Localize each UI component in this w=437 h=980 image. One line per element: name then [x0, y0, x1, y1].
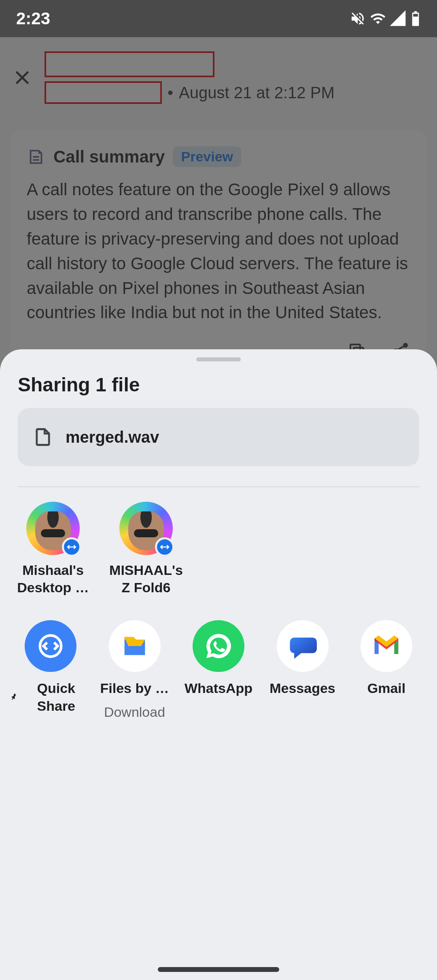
app-label: Files by …	[100, 679, 169, 697]
share-sheet: Sharing 1 file merged.wav Mishaal's Desk…	[0, 349, 437, 980]
device-label: MISHAAL's Z Fold6	[104, 562, 189, 596]
mute-icon	[350, 11, 366, 27]
app-gmail[interactable]: Gmail	[345, 620, 428, 720]
app-quick-share[interactable]: Quick Share	[9, 620, 92, 720]
drag-handle[interactable]	[196, 357, 241, 361]
nearby-device[interactable]: MISHAAL's Z Fold6	[104, 502, 189, 596]
app-label: Messages	[269, 679, 335, 697]
nearby-badge-icon	[155, 537, 174, 557]
file-card[interactable]: merged.wav	[18, 408, 419, 466]
file-icon	[32, 427, 53, 448]
signal-icon	[390, 11, 406, 27]
app-label: Quick Share	[20, 679, 92, 715]
app-label: WhatsApp	[185, 679, 252, 697]
messages-icon	[277, 620, 329, 672]
share-apps: Quick Share Files by … Download WhatsApp…	[0, 596, 437, 720]
divider	[18, 486, 419, 487]
nearby-contacts: Mishaal's Desktop … MISHAAL's Z Fold6	[0, 502, 437, 596]
app-messages[interactable]: Messages	[261, 620, 344, 720]
device-label: Mishaal's Desktop …	[11, 562, 95, 596]
pin-icon	[9, 692, 18, 702]
status-bar: 2:23	[0, 0, 437, 37]
wifi-icon	[370, 11, 386, 27]
gmail-icon	[361, 620, 412, 672]
quick-share-icon	[25, 620, 76, 672]
app-sublabel: Download	[104, 704, 165, 720]
nearby-device[interactable]: Mishaal's Desktop …	[11, 502, 95, 596]
status-time: 2:23	[16, 9, 50, 28]
whatsapp-icon	[193, 620, 244, 672]
battery-icon	[410, 11, 421, 27]
svg-rect-0	[413, 14, 418, 17]
app-files[interactable]: Files by … Download	[93, 620, 176, 720]
status-icons	[350, 11, 421, 27]
nav-gesture-bar[interactable]	[158, 967, 279, 972]
nearby-badge-icon	[62, 537, 81, 557]
app-whatsapp[interactable]: WhatsApp	[177, 620, 260, 720]
file-name: merged.wav	[66, 428, 159, 446]
files-icon	[109, 620, 161, 672]
app-label: Gmail	[367, 679, 405, 697]
share-title: Sharing 1 file	[0, 361, 437, 408]
